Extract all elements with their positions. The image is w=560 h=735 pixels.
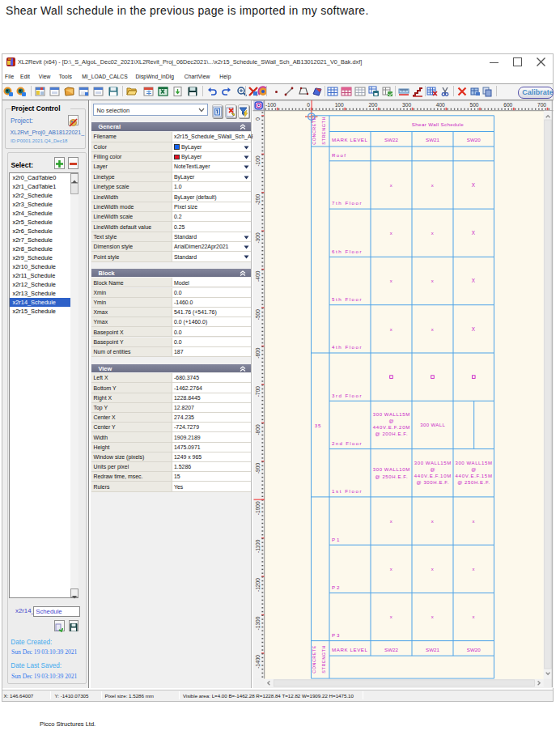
svg-text:@ 250H.E.F.: @ 250H.E.F. [375, 474, 407, 479]
svg-text:300 WALL15M: 300 WALL15M [372, 412, 409, 417]
svg-text:@ 300H.E.F.: @ 300H.E.F. [416, 480, 448, 485]
svg-text:300 WALL10M: 300 WALL10M [372, 467, 409, 472]
svg-text:-300: -300 [255, 232, 261, 244]
svg-text:MARK LEVEL: MARK LEVEL [332, 137, 368, 142]
svg-text:-100: -100 [255, 155, 261, 167]
svg-text:6th Floor: 6th Floor [332, 249, 362, 254]
svg-text:300 WALL15M: 300 WALL15M [414, 461, 450, 465]
svg-text:440V.E.F.10M: 440V.E.F.10M [414, 474, 451, 478]
svg-text:300 WALL15M: 300 WALL15M [455, 461, 491, 465]
svg-text:x: x [431, 183, 434, 188]
svg-text:5th Floor: 5th Floor [332, 296, 362, 302]
svg-text:x: x [431, 327, 434, 332]
svg-text:x: x [389, 567, 392, 571]
svg-text:700: 700 [537, 102, 545, 108]
svg-text:-900: -900 [255, 463, 261, 474]
svg-text:300: 300 [402, 102, 411, 108]
svg-text:CONCRETE: CONCRETE [312, 645, 316, 673]
svg-text:200: 200 [368, 102, 377, 108]
svg-text:SW20: SW20 [466, 647, 480, 652]
svg-text:300 WALL: 300 WALL [420, 423, 445, 427]
svg-text:x: x [431, 519, 434, 524]
svg-text:-1100: -1100 [255, 539, 261, 553]
svg-text:SW22: SW22 [384, 137, 398, 142]
svg-text:X: X [471, 182, 475, 188]
svg-text:x: x [389, 327, 392, 332]
svg-text:0: 0 [255, 117, 261, 121]
svg-text:@: @ [471, 467, 476, 472]
svg-text:1st Floor: 1st Floor [332, 488, 362, 494]
svg-text:x: x [472, 614, 475, 619]
svg-text:x: x [389, 231, 392, 236]
svg-text:x: x [389, 278, 392, 283]
svg-text:x: x [389, 183, 392, 188]
svg-text:@: @ [388, 418, 393, 423]
svg-text:x: x [431, 567, 434, 571]
svg-text:STRENGTH: STRENGTH [321, 117, 326, 145]
svg-text:-700: -700 [255, 386, 261, 397]
svg-text:-400: -400 [255, 270, 261, 282]
svg-text:400: 400 [435, 102, 444, 108]
svg-text:2nd Floor: 2nd Floor [332, 440, 362, 446]
svg-text:x: x [431, 278, 434, 283]
svg-text:x: x [431, 614, 434, 619]
svg-text:-200: -200 [255, 194, 261, 206]
svg-text:SW20: SW20 [466, 137, 480, 142]
svg-text:0: 0 [307, 102, 310, 108]
svg-text:x: x [472, 567, 475, 571]
svg-text:x: x [472, 519, 475, 524]
svg-text:SW21: SW21 [426, 647, 439, 652]
svg-text:7th Floor: 7th Floor [332, 200, 362, 206]
svg-text:x: x [431, 231, 434, 236]
svg-text:STRENGTH: STRENGTH [321, 646, 326, 673]
svg-text:600: 600 [503, 102, 512, 108]
svg-text:SW22: SW22 [384, 647, 398, 652]
svg-text:500: 500 [469, 102, 478, 108]
svg-text:-600: -600 [255, 347, 261, 359]
svg-text:CONCRETE: CONCRETE [312, 117, 316, 144]
svg-text:@: @ [430, 467, 435, 472]
svg-text:4th Floor: 4th Floor [332, 344, 362, 350]
svg-text:x: x [389, 519, 392, 524]
svg-text:100: 100 [334, 102, 343, 108]
svg-text:@ 200H.E.F.: @ 200H.E.F. [375, 431, 407, 436]
svg-text:X: X [471, 278, 475, 283]
svg-text:-500: -500 [255, 309, 261, 321]
svg-text:-800: -800 [255, 424, 261, 435]
svg-text:Roof: Roof [332, 152, 346, 158]
svg-text:-100: -100 [265, 102, 277, 108]
svg-text:MARK LEVEL: MARK LEVEL [332, 647, 368, 652]
svg-text:-1400: -1400 [255, 655, 261, 669]
svg-text:-1000: -1000 [255, 501, 261, 515]
svg-text:440V.E.F.15M: 440V.E.F.15M [455, 474, 492, 478]
svg-text:-1300: -1300 [255, 616, 261, 630]
svg-text:-1200: -1200 [255, 578, 261, 592]
svg-text:x: x [389, 614, 392, 619]
svg-text:3rd Floor: 3rd Floor [332, 393, 362, 398]
svg-text:X: X [471, 230, 475, 236]
svg-text:35: 35 [314, 423, 320, 428]
svg-text:X: X [471, 326, 475, 332]
svg-text:Shear Wall Schedule: Shear Wall Schedule [411, 121, 464, 127]
svg-text:@ 250H.E.F.: @ 250H.E.F. [457, 480, 490, 485]
svg-text:SW21: SW21 [426, 137, 439, 142]
svg-text:440V.E.F.20M: 440V.E.F.20M [372, 425, 409, 430]
